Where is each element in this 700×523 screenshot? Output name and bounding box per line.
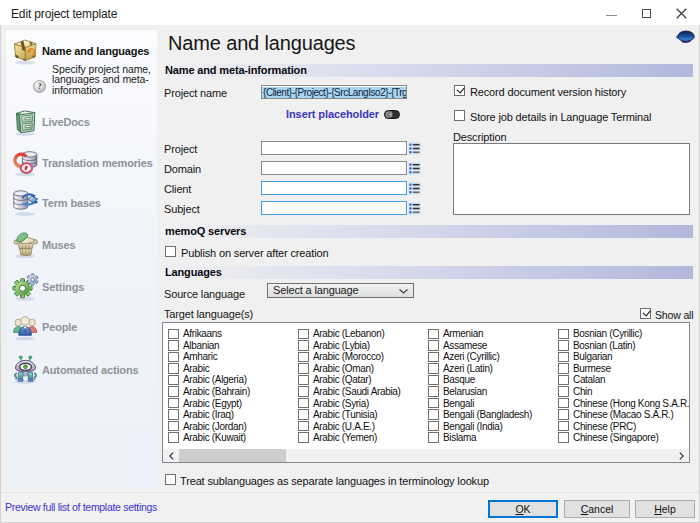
insert-placeholder-link[interactable]: Insert placeholder — [286, 108, 379, 120]
language-name: Catalan — [573, 374, 605, 385]
language-checkbox[interactable] — [428, 409, 439, 420]
treat-sublanguages-checkbox[interactable] — [165, 474, 176, 485]
scrollbar-thumb[interactable] — [179, 449, 286, 462]
language-checkbox[interactable] — [298, 386, 309, 397]
language-checkbox[interactable] — [428, 421, 439, 432]
memoq-logo-icon — [676, 30, 696, 47]
language-checkbox[interactable] — [168, 352, 179, 363]
project-select-from-list-button[interactable] — [408, 142, 421, 155]
language-checkbox[interactable] — [168, 398, 179, 409]
sidebar: Name and languagesSpecify project name,l… — [6, 30, 157, 488]
language-checkbox[interactable] — [298, 421, 309, 432]
maximize-button[interactable] — [629, 0, 664, 26]
language-checkbox[interactable] — [298, 352, 309, 363]
language-checkbox[interactable] — [298, 363, 309, 374]
sidebar-item-people[interactable]: People — [6, 311, 157, 343]
subject-select-from-list-button[interactable] — [408, 202, 421, 215]
sidebar-item-muses[interactable]: Muses — [6, 229, 157, 261]
language-checkbox[interactable] — [298, 432, 309, 443]
language-row: Albanian — [168, 340, 219, 352]
language-checkbox[interactable] — [428, 398, 439, 409]
language-row: Arabic (Syria) — [298, 397, 369, 409]
language-checkbox[interactable] — [168, 363, 179, 374]
horizontal-scrollbar[interactable] — [163, 449, 689, 462]
language-name: Bengali (Bangladesh) — [443, 409, 532, 420]
svg-text:?: ? — [37, 81, 41, 91]
store-job-checkbox[interactable] — [454, 110, 465, 121]
project-input[interactable] — [261, 141, 407, 155]
language-checkbox[interactable] — [558, 386, 569, 397]
language-name: Bengali (India) — [443, 421, 503, 432]
language-checkbox[interactable] — [168, 421, 179, 432]
language-checkbox[interactable] — [168, 432, 179, 443]
language-checkbox[interactable] — [168, 375, 179, 386]
language-checkbox[interactable] — [168, 409, 179, 420]
language-checkbox[interactable] — [428, 386, 439, 397]
publish-server-checkbox[interactable] — [165, 246, 176, 257]
sidebar-item-livedocs[interactable]: LiveDocs — [6, 106, 157, 138]
language-checkbox[interactable] — [298, 329, 309, 340]
sidebar-item-term-bases[interactable]: Term bases — [6, 187, 157, 219]
sidebar-item-settings[interactable]: Settings — [6, 271, 157, 303]
language-name: Bosnian (Latin) — [573, 340, 635, 351]
sidebar-item-label: Automated actions — [42, 364, 138, 376]
language-checkbox[interactable] — [428, 375, 439, 386]
ok-button[interactable]: OK — [488, 500, 558, 518]
language-checkbox[interactable] — [168, 340, 179, 351]
language-checkbox[interactable] — [168, 386, 179, 397]
language-checkbox[interactable] — [558, 398, 569, 409]
preview-template-settings-link[interactable]: Preview full list of template settings — [5, 501, 157, 513]
project-name-input[interactable]: {Client}-{Project}-{SrcLangIso2}-{TrgL — [261, 85, 407, 99]
language-checkbox[interactable] — [298, 409, 309, 420]
language-row: Catalan — [558, 374, 605, 386]
domain-input[interactable] — [261, 161, 407, 175]
subject-input[interactable] — [261, 201, 407, 215]
insert-placeholder-toggle[interactable] — [384, 109, 400, 121]
language-checkbox[interactable] — [298, 375, 309, 386]
language-row: Bosnian (Latin) — [558, 340, 635, 352]
record-version-label: Record document version history — [470, 86, 626, 98]
language-checkbox[interactable] — [558, 329, 569, 340]
language-checkbox[interactable] — [558, 375, 569, 386]
language-checkbox[interactable] — [558, 409, 569, 420]
package-box-icon — [10, 35, 41, 66]
source-language-select[interactable]: Select a language — [267, 283, 414, 298]
language-checkbox[interactable] — [558, 352, 569, 363]
language-checkbox[interactable] — [298, 340, 309, 351]
language-checkbox[interactable] — [428, 340, 439, 351]
language-checkbox[interactable] — [298, 398, 309, 409]
record-version-checkbox[interactable] — [454, 85, 465, 96]
language-row: Arabic (Oman) — [298, 363, 374, 375]
language-checkbox[interactable] — [428, 363, 439, 374]
language-name: Arabic (Syria) — [313, 398, 369, 409]
minimize-button[interactable] — [594, 0, 629, 26]
language-row: Amharic — [168, 351, 217, 363]
cancel-button[interactable]: Cancel — [564, 500, 630, 518]
list-lines-icon — [409, 143, 420, 154]
language-checkbox[interactable] — [428, 352, 439, 363]
show-all-checkbox[interactable] — [640, 308, 651, 319]
language-checkbox[interactable] — [168, 329, 179, 340]
scroll-left-button[interactable] — [164, 449, 178, 462]
language-checkbox[interactable] — [428, 329, 439, 340]
client-select-from-list-button[interactable] — [408, 182, 421, 195]
language-checkbox[interactable] — [558, 340, 569, 351]
domain-select-from-list-button[interactable] — [408, 162, 421, 175]
language-checkbox[interactable] — [558, 421, 569, 432]
language-name: Arabic (Tunisia) — [313, 409, 377, 420]
close-button[interactable] — [664, 0, 699, 26]
language-checkbox[interactable] — [558, 432, 569, 443]
scroll-left-icon — [169, 452, 174, 460]
language-checkbox[interactable] — [558, 363, 569, 374]
language-checkbox[interactable] — [428, 432, 439, 443]
sidebar-item-automated-actions[interactable]: Automated actions — [6, 354, 157, 386]
window-title: Edit project template — [11, 7, 117, 21]
sidebar-item-translation-memories[interactable]: Translation memories — [6, 147, 157, 179]
description-textarea[interactable] — [453, 143, 690, 215]
help-button[interactable]: Help — [635, 500, 695, 518]
client-input[interactable] — [261, 181, 407, 195]
project-label: Project — [164, 143, 197, 155]
page-title: Name and languages — [168, 32, 355, 55]
language-name: Chinese (Hong Kong S.A.R.) — [573, 398, 690, 409]
scroll-right-button[interactable] — [674, 449, 688, 462]
